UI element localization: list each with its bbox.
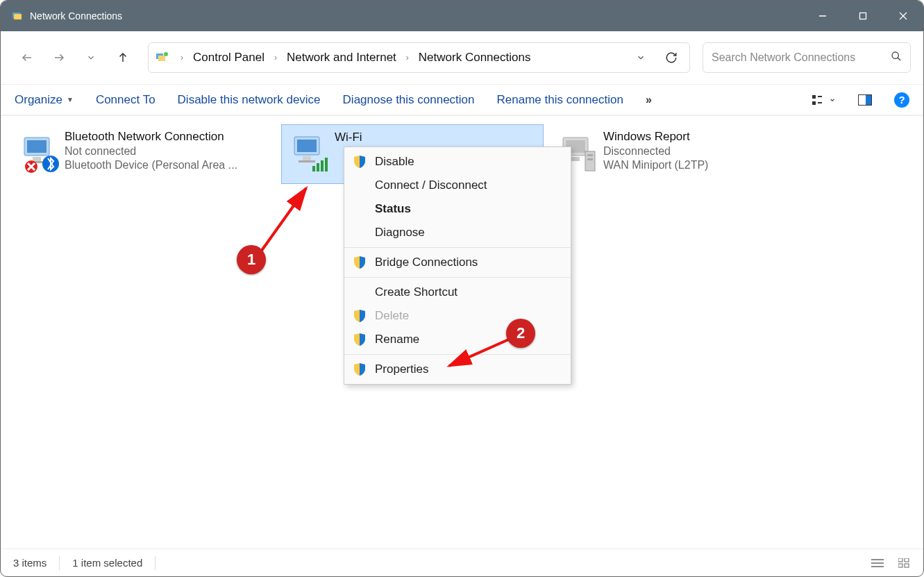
status-separator: [155, 556, 156, 570]
menu-separator: [344, 247, 571, 248]
annotation-badge-1: 1: [237, 245, 266, 274]
svg-rect-50: [905, 564, 909, 567]
status-item-count: 3 items: [13, 557, 47, 569]
up-button[interactable]: [109, 44, 137, 72]
help-button[interactable]: ?: [894, 92, 909, 108]
shield-icon: [353, 309, 367, 323]
svg-rect-49: [898, 564, 902, 567]
search-icon[interactable]: [891, 51, 902, 65]
organize-button[interactable]: Organize▼: [15, 93, 74, 107]
wifi-icon: [287, 129, 335, 181]
svg-rect-10: [158, 56, 165, 61]
details-view-icon[interactable]: [871, 558, 884, 569]
svg-line-42: [258, 188, 306, 256]
window-title: Network Connections: [30, 10, 122, 22]
large-icons-view-icon[interactable]: [897, 558, 911, 569]
chevron-right-icon[interactable]: ›: [176, 53, 187, 62]
close-button[interactable]: [883, 1, 923, 31]
svg-rect-31: [299, 160, 315, 162]
nav-row: › Control Panel › Network and Internet ›…: [1, 31, 923, 84]
connect-to-button[interactable]: Connect To: [96, 93, 156, 107]
connection-name: Windows Report: [603, 130, 807, 144]
svg-rect-38: [571, 157, 580, 161]
maximize-button[interactable]: [843, 1, 883, 31]
chevron-right-icon[interactable]: ›: [402, 53, 413, 62]
menu-delete: Delete: [344, 304, 571, 328]
address-dropdown[interactable]: [627, 44, 655, 72]
shield-icon: [353, 362, 367, 376]
svg-rect-1: [14, 14, 22, 19]
svg-line-43: [449, 338, 512, 366]
shield-icon: [353, 256, 367, 269]
status-bar: 3 items 1 item selected: [1, 549, 923, 576]
svg-rect-19: [866, 95, 871, 105]
menu-separator: [344, 277, 571, 278]
annotation-badge-2: 2: [506, 319, 535, 348]
search-box[interactable]: [703, 42, 911, 73]
minimize-button[interactable]: [803, 1, 843, 31]
forward-button[interactable]: [45, 44, 73, 72]
svg-rect-30: [303, 156, 311, 160]
svg-rect-34: [321, 160, 324, 172]
svg-rect-21: [27, 140, 47, 153]
svg-point-11: [164, 52, 168, 56]
svg-rect-48: [905, 558, 909, 562]
connection-status: Disconnected: [603, 145, 807, 158]
svg-rect-33: [317, 163, 319, 172]
location-icon: [156, 51, 169, 65]
recent-button[interactable]: [77, 44, 105, 72]
svg-rect-41: [587, 158, 593, 160]
svg-rect-3: [860, 13, 866, 19]
menu-bridge[interactable]: Bridge Connections: [344, 251, 571, 274]
view-options-button[interactable]: [812, 94, 836, 106]
menu-status[interactable]: Status: [344, 197, 571, 221]
menu-disable[interactable]: Disable: [344, 150, 571, 174]
disable-device-button[interactable]: Disable this network device: [178, 93, 321, 107]
title-bar: Network Connections: [1, 1, 923, 31]
rename-button[interactable]: Rename this connection: [497, 93, 623, 107]
diagnose-button[interactable]: Diagnose this connection: [343, 93, 475, 107]
content-area: Bluetooth Network Connection Not connect…: [1, 116, 923, 543]
back-button[interactable]: [13, 44, 41, 72]
chevron-down-icon: ▼: [67, 96, 74, 103]
svg-rect-14: [812, 95, 816, 99]
svg-rect-47: [898, 558, 902, 562]
svg-rect-35: [325, 158, 328, 172]
chevron-down-icon: [829, 97, 836, 103]
menu-shortcut[interactable]: Create Shortcut: [344, 281, 571, 304]
connection-status: Not connected: [65, 145, 269, 158]
connection-device: WAN Miniport (L2TP): [603, 159, 807, 172]
svg-rect-22: [33, 157, 41, 161]
svg-rect-40: [587, 154, 593, 156]
status-separator: [59, 556, 60, 570]
address-bar[interactable]: › Control Panel › Network and Internet ›…: [148, 42, 690, 73]
crumb-root[interactable]: Control Panel: [190, 51, 267, 65]
svg-rect-16: [812, 101, 816, 105]
crumb-mid[interactable]: Network and Internet: [284, 51, 399, 65]
search-input[interactable]: [712, 51, 891, 64]
menu-connect[interactable]: Connect / Disconnect: [344, 174, 571, 197]
connection-device: Bluetooth Device (Personal Area ...: [65, 159, 269, 172]
overflow-button[interactable]: »: [646, 94, 652, 106]
chevron-right-icon[interactable]: ›: [270, 53, 281, 62]
refresh-button[interactable]: [657, 44, 685, 72]
preview-pane-button[interactable]: [858, 94, 872, 106]
svg-rect-32: [312, 166, 315, 172]
bluetooth-icon: [17, 128, 65, 180]
svg-point-12: [892, 52, 898, 58]
connection-name: Wi-Fi: [335, 131, 537, 144]
crumb-leaf[interactable]: Network Connections: [416, 51, 534, 65]
svg-line-13: [898, 58, 900, 60]
connection-windows-report[interactable]: Windows Report Disconnected WAN Miniport…: [551, 124, 813, 184]
command-bar: Organize▼ Connect To Disable this networ…: [1, 84, 923, 116]
app-icon: [12, 10, 23, 22]
svg-rect-29: [297, 140, 317, 152]
connection-name: Bluetooth Network Connection: [65, 130, 269, 144]
shield-icon: [353, 333, 367, 346]
menu-diagnose[interactable]: Diagnose: [344, 221, 571, 244]
status-selected: 1 item selected: [72, 557, 142, 569]
shield-icon: [353, 155, 367, 169]
connection-bluetooth[interactable]: Bluetooth Network Connection Not connect…: [12, 124, 274, 184]
